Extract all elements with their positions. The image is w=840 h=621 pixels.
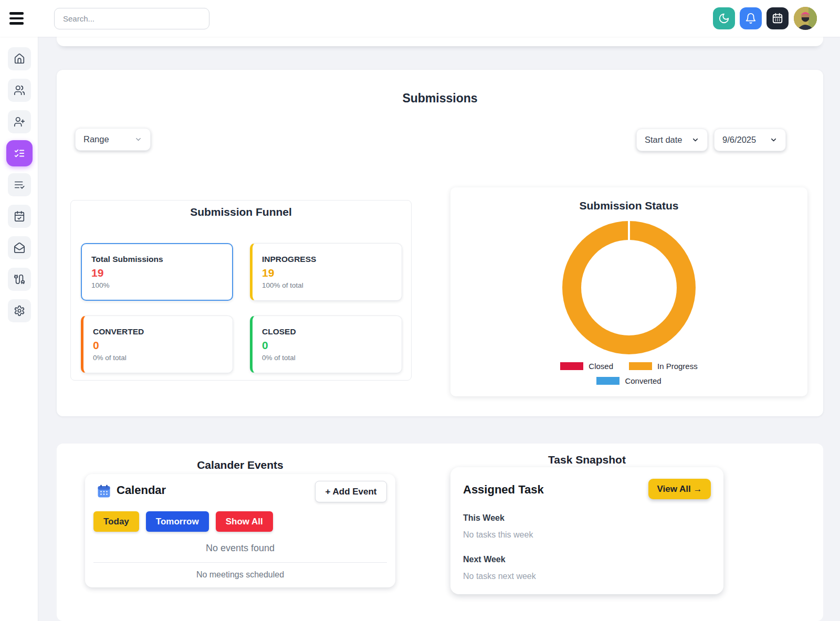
gear-icon <box>14 305 25 317</box>
app: { "topbar": { "search_placeholder": "Sea… <box>0 0 840 621</box>
donut-chart <box>562 221 696 354</box>
legend-label: In Progress <box>657 362 698 371</box>
sidebar-item-users[interactable] <box>8 79 31 102</box>
task-snapshot-title: Task Snapshot <box>450 454 723 466</box>
legend-swatch-closed <box>560 362 583 370</box>
user-plus-icon <box>14 116 25 128</box>
home-icon <box>14 53 25 65</box>
chevron-down-icon <box>691 136 699 144</box>
task-group-heading: Next Week <box>463 555 506 564</box>
stat-label: CONVERTED <box>93 327 223 336</box>
no-events-text: No events found <box>85 543 395 554</box>
notifications-button[interactable] <box>740 7 762 29</box>
calendar-emoji-icon <box>97 484 111 499</box>
submission-status-card: Submission Status Closed In Progress <box>450 187 807 396</box>
calendar-check-icon <box>14 210 25 222</box>
stat-card-total-submissions[interactable]: Total Submissions 19 100% <box>81 243 233 301</box>
sidebar-item-lists[interactable] <box>8 173 31 196</box>
stat-subtext: 0% of total <box>262 354 392 362</box>
page-title: Submissions <box>57 91 823 106</box>
stat-value: 0 <box>262 339 392 352</box>
moon-icon <box>718 13 730 24</box>
range-dropdown[interactable]: Range <box>75 128 151 151</box>
calendar-events-title: Calander Events <box>85 459 395 471</box>
range-dropdown-label: Range <box>83 134 109 144</box>
calendar-icon <box>772 13 783 24</box>
stat-card-converted[interactable]: CONVERTED 0 0% of total <box>81 315 233 373</box>
topbar <box>0 0 840 37</box>
stat-value: 19 <box>91 267 223 279</box>
assigned-task-heading: Assigned Task <box>463 483 544 497</box>
stat-label: INPROGRESS <box>262 255 392 264</box>
hamburger-menu-button[interactable] <box>9 10 25 27</box>
list-check-icon <box>14 179 25 191</box>
legend-label: Converted <box>625 376 661 385</box>
start-date-dropdown[interactable]: Start date <box>636 129 708 151</box>
legend-swatch-converted <box>596 377 620 385</box>
assigned-task-card: Assigned Task View All → This Week No ta… <box>450 467 723 594</box>
stat-subtext: 100% <box>91 281 223 289</box>
stat-card-inprogress[interactable]: INPROGRESS 19 100% of total <box>250 243 402 301</box>
sidebar <box>0 37 38 621</box>
chevron-down-icon <box>134 135 142 143</box>
stat-card-closed[interactable]: CLOSED 0 0% of total <box>250 315 402 373</box>
date-dropdown[interactable]: 9/6/2025 <box>714 129 786 151</box>
calendar-filters: Today Tomorrow Show All <box>93 511 273 532</box>
no-meetings-text: No meetings scheduled <box>85 570 395 580</box>
filter-today-button[interactable]: Today <box>93 511 139 532</box>
bell-icon <box>745 13 757 24</box>
task-group-heading: This Week <box>463 513 505 523</box>
chart-legend: Closed In Progress Converted <box>450 362 807 385</box>
add-event-button[interactable]: + Add Event <box>315 481 387 502</box>
sidebar-item-home[interactable] <box>8 47 31 70</box>
task-group-empty: No tasks next week <box>463 572 536 581</box>
stat-subtext: 100% of total <box>262 281 392 289</box>
checklist-icon <box>14 148 25 159</box>
date-value: 9/6/2025 <box>722 135 756 145</box>
funnel-title: Submission Funnel <box>71 206 411 218</box>
search-input[interactable] <box>54 8 209 29</box>
avatar-image <box>794 7 817 30</box>
legend-label: Closed <box>589 362 613 371</box>
donut-hole <box>581 240 677 335</box>
sidebar-item-submissions[interactable] <box>6 140 33 166</box>
sidebar-item-calendar[interactable] <box>8 205 31 228</box>
hamburger-icon <box>9 12 24 15</box>
plug-cable-icon <box>14 273 25 285</box>
mail-icon <box>14 242 25 254</box>
stat-value: 19 <box>262 267 392 279</box>
users-icon <box>14 85 25 96</box>
status-chart-title: Submission Status <box>450 199 807 212</box>
legend-item-in-progress[interactable]: In Progress <box>629 362 698 371</box>
stat-label: CLOSED <box>262 327 392 336</box>
events-and-tasks-panel: Calander Events Calendar + Add Event Tod… <box>57 444 823 621</box>
calendar-button[interactable] <box>766 7 789 29</box>
sidebar-item-add-user[interactable] <box>8 110 31 133</box>
view-all-button[interactable]: View All → <box>648 479 711 499</box>
submission-funnel-card: Submission Funnel Total Submissions 19 1… <box>70 200 412 381</box>
sidebar-item-integrations[interactable] <box>8 268 31 291</box>
stat-label: Total Submissions <box>91 255 223 264</box>
stat-value: 0 <box>93 339 223 352</box>
submissions-panel: Submissions Range Start date 9/6/2025 Su… <box>57 70 823 416</box>
avatar[interactable] <box>794 7 817 30</box>
task-group-empty: No tasks this week <box>463 530 533 540</box>
calendar-card-title: Calendar <box>117 483 166 497</box>
filter-tomorrow-button[interactable]: Tomorrow <box>146 511 209 532</box>
theme-toggle-button[interactable] <box>713 7 735 29</box>
chevron-down-icon <box>770 136 778 144</box>
legend-swatch-in-progress <box>629 362 652 370</box>
legend-item-converted[interactable]: Converted <box>596 376 661 385</box>
start-date-label: Start date <box>645 135 682 145</box>
calendar-card: Calendar + Add Event Today Tomorrow Show… <box>85 474 395 587</box>
legend-item-closed[interactable]: Closed <box>560 362 613 371</box>
filter-show-all-button[interactable]: Show All <box>216 511 273 532</box>
sidebar-item-mail[interactable] <box>8 236 31 259</box>
divider <box>93 562 387 563</box>
donut-slice-gap <box>628 221 630 241</box>
stat-subtext: 0% of total <box>93 354 223 362</box>
sidebar-item-settings[interactable] <box>8 299 31 322</box>
